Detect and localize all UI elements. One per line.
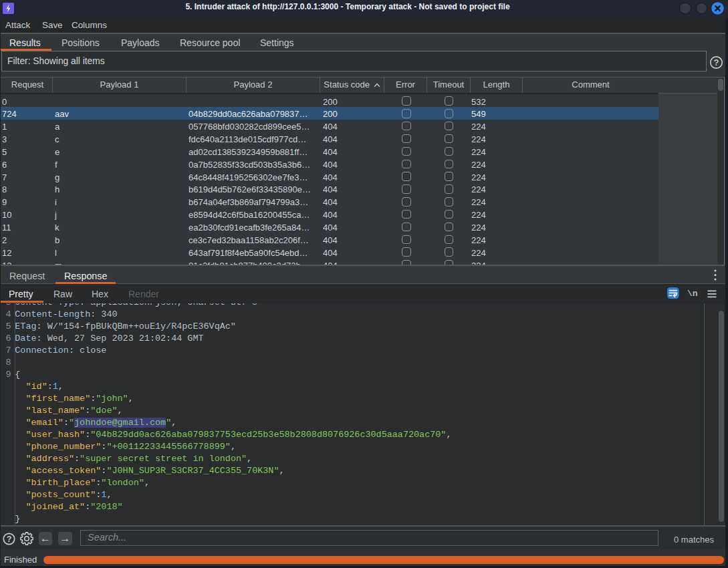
svg-text:?: ? xyxy=(7,534,12,543)
svg-text:?: ? xyxy=(714,57,719,67)
